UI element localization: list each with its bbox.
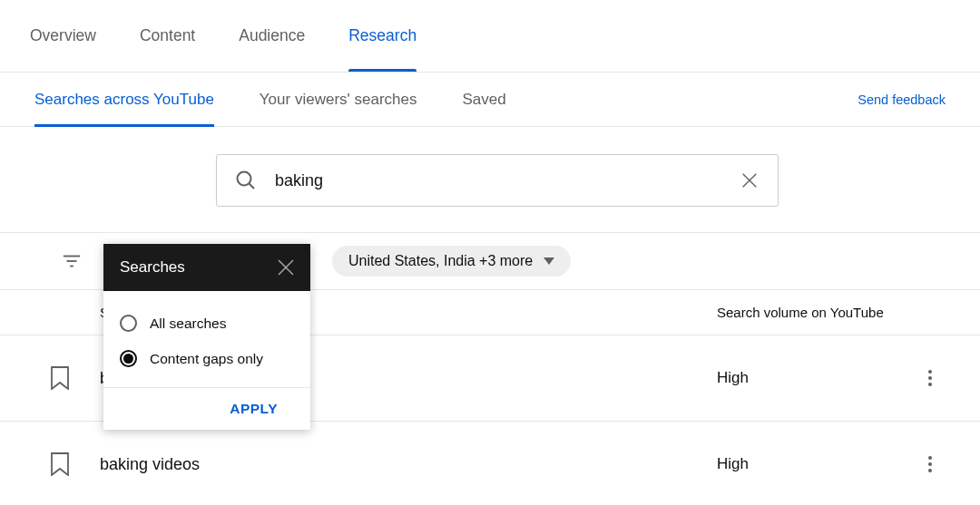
tab-content[interactable]: Content (140, 0, 195, 72)
result-row: baking videos High (0, 422, 980, 505)
popover-footer: APPLY (103, 387, 310, 430)
popover-header: Searches (103, 244, 310, 291)
region-filter-chip[interactable]: United States, India +3 more (332, 246, 571, 277)
tab-overview[interactable]: Overview (30, 0, 96, 72)
search-box[interactable] (216, 154, 779, 207)
filter-icon[interactable] (62, 251, 82, 271)
radio-label: All searches (150, 316, 226, 332)
popover-title: Searches (120, 258, 185, 277)
sub-tabs: Searches across YouTube Your viewers' se… (34, 73, 506, 127)
chevron-down-icon (544, 257, 554, 265)
search-icon (235, 170, 257, 191)
chip-label: United States, India +3 more (348, 253, 533, 269)
sub-tab-bar: Searches across YouTube Your viewers' se… (0, 73, 980, 127)
tab-research[interactable]: Research (348, 0, 416, 72)
subtab-saved[interactable]: Saved (463, 73, 506, 127)
radio-icon (120, 315, 137, 332)
apply-button[interactable]: APPLY (230, 401, 278, 416)
svg-point-0 (238, 172, 251, 186)
radio-icon (120, 350, 137, 367)
search-input[interactable] (275, 171, 721, 190)
more-options-button[interactable] (916, 370, 944, 386)
bookmark-icon[interactable] (50, 452, 70, 476)
main-tabs: Overview Content Audience Research (0, 0, 980, 73)
clear-icon[interactable] (740, 170, 760, 190)
searches-filter-popover: Searches All searches Content gaps only … (103, 244, 310, 430)
result-term: baking videos (100, 455, 717, 474)
more-options-button[interactable] (916, 456, 944, 472)
bookmark-icon[interactable] (50, 366, 70, 390)
radio-label: Content gaps only (150, 351, 263, 367)
subtab-searches-across[interactable]: Searches across YouTube (34, 73, 214, 127)
tab-audience[interactable]: Audience (239, 0, 305, 72)
popover-body: All searches Content gaps only (103, 291, 310, 387)
result-volume: High (717, 369, 916, 387)
radio-content-gaps[interactable]: Content gaps only (120, 341, 294, 376)
radio-all-searches[interactable]: All searches (120, 306, 294, 341)
svg-line-1 (250, 184, 255, 189)
search-area (0, 127, 980, 233)
result-volume: High (717, 455, 916, 473)
subtab-viewers-searches[interactable]: Your viewers' searches (260, 73, 417, 127)
close-icon[interactable] (278, 259, 294, 276)
column-search-volume: Search volume on YouTube (717, 305, 916, 320)
send-feedback-link[interactable]: Send feedback (858, 92, 946, 107)
